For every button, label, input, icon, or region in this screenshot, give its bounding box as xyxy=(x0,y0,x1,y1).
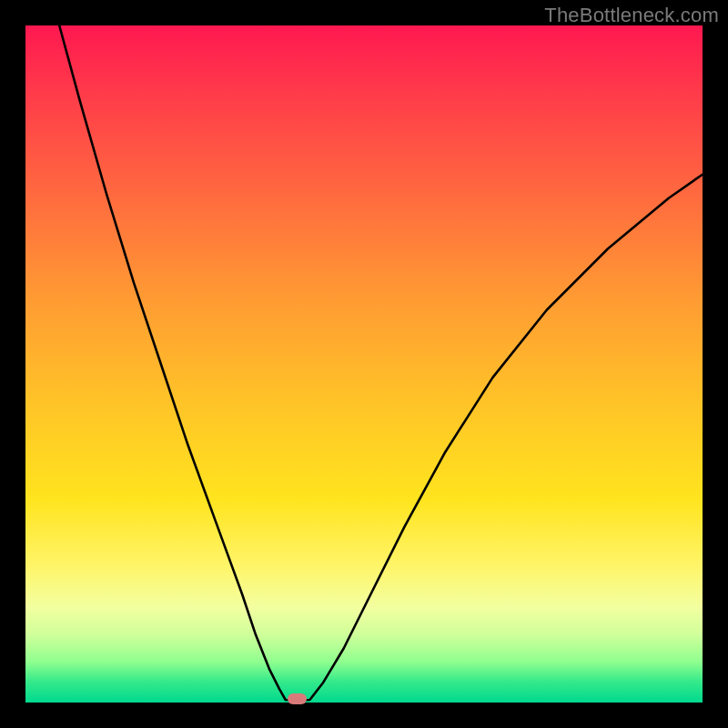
bottleneck-curve xyxy=(25,25,703,703)
plot-area xyxy=(25,25,703,703)
valley-blob xyxy=(288,693,307,704)
frame: TheBottleneck.com xyxy=(0,0,728,728)
watermark-text: TheBottleneck.com xyxy=(544,4,719,27)
curve-path xyxy=(59,25,703,701)
